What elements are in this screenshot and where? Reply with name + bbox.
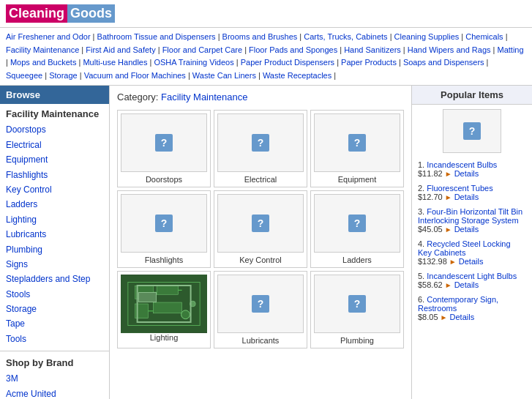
popular-link-6[interactable]: Contemporary Sign, Restrooms: [418, 295, 498, 313]
sidebar-link-stools[interactable]: Stools: [6, 287, 103, 302]
product-cell-plumbing[interactable]: ? Plumbing: [310, 271, 404, 348]
nav-link[interactable]: Mops and Buckets: [10, 58, 77, 67]
sidebar-link-storage[interactable]: Storage: [6, 302, 103, 316]
product-label-equipment: Equipment: [314, 175, 400, 184]
nav-link[interactable]: OSHA Training Videos: [154, 58, 233, 67]
product-cell-lubricants[interactable]: ? Lubricants: [214, 271, 307, 348]
arrow-icon-1: ►: [445, 170, 452, 178]
sidebar-brand-links: 3M Acme United Advantus Avery Black and …: [0, 370, 109, 399]
product-cell-equipment[interactable]: ? Equipment: [310, 110, 404, 187]
sidebar-link-stepladders[interactable]: Stepladders and Step: [6, 272, 103, 286]
nav-link[interactable]: Chemicals: [465, 32, 503, 41]
svg-rect-4: [135, 304, 149, 318]
sidebar-link-lubricants[interactable]: Lubricants: [6, 227, 103, 242]
question-mark-icon: ?: [155, 215, 173, 232]
nav-link[interactable]: Carts, Trucks, Cabinets: [304, 32, 387, 41]
nav-link[interactable]: Multi-use Handles: [83, 58, 147, 67]
popular-details-4[interactable]: Details: [459, 257, 484, 266]
popular-link-1[interactable]: Incandescent Bulbs: [427, 160, 497, 169]
product-img-key-control: ?: [217, 194, 304, 253]
nav-link[interactable]: Hand Wipers and Rags: [408, 45, 491, 54]
nav-link[interactable]: Bathroom Tissue and Dispensers: [97, 32, 216, 41]
popular-price-5: $58.62: [418, 280, 445, 289]
nav-link[interactable]: Facility Maintenance: [6, 45, 79, 54]
category-link[interactable]: Facility Maintenance: [161, 92, 248, 102]
nav-link[interactable]: First Aid and Safety: [86, 45, 155, 54]
product-label-doorstops: Doorstops: [121, 175, 207, 184]
popular-link-2[interactable]: Fluorescent Tubes: [427, 184, 493, 193]
sidebar-link-equipment[interactable]: Equipment: [6, 152, 103, 167]
logo-goods[interactable]: Goods: [67, 4, 115, 23]
popular-rank-2: 2.: [418, 184, 427, 193]
sidebar-link-tools[interactable]: Tools: [6, 332, 103, 346]
sidebar-link-tape[interactable]: Tape: [6, 316, 103, 331]
popular-question-icon: ?: [463, 122, 481, 140]
nav-link[interactable]: Brooms and Brushes: [222, 32, 298, 41]
product-cell-ladders[interactable]: ? Ladders: [310, 190, 404, 268]
popular-details-2[interactable]: Details: [454, 193, 479, 201]
nav-link[interactable]: Matting: [498, 45, 524, 54]
product-img-ladders: ?: [314, 194, 400, 253]
popular-details-3[interactable]: Details: [454, 225, 479, 234]
svg-rect-2: [135, 286, 154, 299]
nav-link[interactable]: Vacuum and Floor Machines: [84, 71, 186, 80]
nav-link[interactable]: Cleaning Supplies: [394, 32, 460, 41]
sidebar-link-ladders[interactable]: Ladders: [6, 197, 103, 212]
nav-link[interactable]: Soaps and Dispensers: [403, 58, 484, 67]
sidebar-link-electrical[interactable]: Electrical: [6, 138, 103, 152]
nav-link[interactable]: Waste Can Liners: [192, 71, 256, 80]
popular-link-5[interactable]: Incandescent Light Bulbs: [427, 272, 517, 280]
nav-link[interactable]: Air Freshener and Odor: [6, 32, 91, 41]
logo-cleaning[interactable]: Cleaning: [6, 4, 67, 23]
popular-item-3: 3. Four-Bin Horizontal Tilt Bin Interloc…: [418, 207, 526, 234]
popular-price-6: $8.05: [418, 313, 441, 321]
arrow-icon-4: ►: [449, 258, 457, 266]
product-cell-key-control[interactable]: ? Key Control: [214, 190, 307, 268]
popular-link-4[interactable]: Recycled Steel Locking Key Cabinets: [418, 239, 511, 257]
popular-link-3[interactable]: Four-Bin Horizontal Tilt Bin Interlockin…: [418, 207, 522, 225]
popular-price-4: $132.98: [418, 257, 449, 266]
popular-item-4: 4. Recycled Steel Locking Key Cabinets $…: [418, 239, 526, 266]
sidebar-link-key-control[interactable]: Key Control: [6, 182, 103, 197]
nav-link[interactable]: Paper Products: [341, 58, 397, 67]
nav-link[interactable]: Floor Pads and Sponges: [249, 45, 337, 54]
popular-image: ?: [443, 109, 501, 153]
product-cell-lighting[interactable]: Lighting: [117, 271, 211, 348]
sidebar-brand-acme[interactable]: Acme United: [6, 387, 103, 399]
nav-link[interactable]: Storage: [49, 71, 78, 80]
nav-link[interactable]: Paper Product Dispensers: [241, 58, 334, 67]
popular-item-5: 5. Incandescent Light Bulbs $58.62 ► Det…: [418, 272, 526, 289]
svg-rect-1: [128, 283, 200, 326]
navbar: Air Freshener and Odor | Bathroom Tissue…: [0, 28, 532, 86]
product-cell-electrical[interactable]: ? Electrical: [214, 110, 307, 187]
popular-details-1[interactable]: Details: [454, 169, 479, 178]
nav-link[interactable]: Floor and Carpet Care: [162, 45, 242, 54]
product-label-lighting: Lighting: [121, 333, 207, 342]
question-mark-icon: ?: [252, 295, 269, 313]
sidebar-brand-3m[interactable]: 3M: [6, 371, 103, 386]
sidebar-link-flashlights[interactable]: Flashlights: [6, 168, 103, 182]
popular-details-6[interactable]: Details: [450, 313, 475, 321]
sidebar-link-lighting[interactable]: Lighting: [6, 212, 103, 227]
product-label-electrical: Electrical: [217, 175, 304, 184]
popular-rank-1: 1.: [418, 160, 427, 169]
sidebar-link-signs[interactable]: Signs: [6, 257, 103, 272]
arrow-icon-3: ►: [445, 225, 452, 234]
nav-link[interactable]: Waste Receptacles: [263, 71, 331, 80]
product-cell-doorstops[interactable]: ? Doorstops: [117, 110, 211, 187]
logo: CleaningGoods: [6, 4, 115, 23]
product-cell-flashlights[interactable]: ? Flashlights: [117, 190, 211, 268]
sidebar: Browse Facility Maintenance Doorstops El…: [0, 86, 110, 399]
popular-details-5[interactable]: Details: [454, 280, 479, 289]
popular-rank-5: 5.: [418, 272, 427, 280]
nav-link[interactable]: Squeegee: [6, 71, 42, 80]
sidebar-link-doorstops[interactable]: Doorstops: [6, 122, 103, 137]
popular-rank-4: 4.: [418, 239, 427, 248]
question-mark-icon: ?: [348, 215, 366, 232]
brand-header: Shop by Brand: [0, 351, 109, 370]
nav-link[interactable]: Hand Sanitizers: [344, 45, 401, 54]
svg-point-9: [181, 310, 190, 319]
sidebar-link-plumbing[interactable]: Plumbing: [6, 242, 103, 257]
main-layout: Browse Facility Maintenance Doorstops El…: [0, 86, 532, 399]
product-img-lighting: [121, 275, 207, 333]
